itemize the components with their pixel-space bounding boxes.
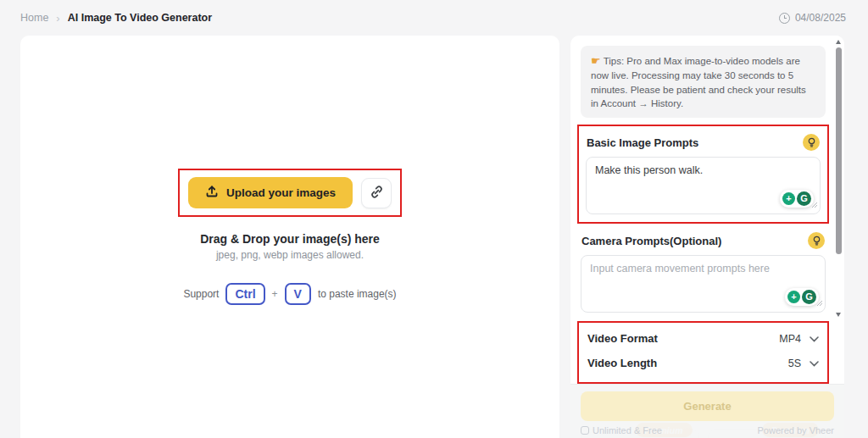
generate-button[interactable]: Generate (581, 391, 834, 421)
video-options-annotation-box: Video Format MP4 Video Length 5S (577, 321, 829, 384)
video-length-label: Video Length (587, 357, 657, 369)
prompt-ideas-bulb-icon[interactable] (803, 134, 820, 151)
paste-hint-suffix: to paste image(s) (318, 288, 397, 300)
grammarly-suggestion-icon[interactable]: + (782, 192, 795, 205)
basic-prompts-annotation-box: Basic Image Prompts Make this person wal… (577, 125, 829, 224)
camera-prompt-field-wrap: + G (581, 255, 826, 313)
camera-prompts-label: Camera Prompts(Optional) (581, 235, 721, 247)
history-clock-icon (779, 13, 790, 24)
v-keycap: V (285, 283, 311, 305)
scrollbar-thumb[interactable] (836, 47, 842, 254)
page-title: AI Image To Video Generator (68, 12, 212, 24)
settings-panel: ☛Tips: Pro and Max image-to-video models… (570, 36, 844, 438)
unlimited-free-label: Unlimited & Free (593, 425, 662, 435)
scroll-down-arrow-icon[interactable] (836, 313, 841, 317)
top-bar: Home › AI Image To Video Generator 04/08… (0, 0, 868, 36)
basic-prompt-field-wrap: Make this person walk. + G (586, 157, 821, 214)
unlimited-icon (581, 426, 589, 435)
tips-text: Tips: Pro and Max image-to-video models … (591, 56, 806, 108)
upload-icon (205, 185, 219, 201)
allowed-formats-note: jpeg, png, webp images allowed. (216, 249, 364, 261)
video-format-label: Video Format (587, 332, 658, 345)
upload-images-button[interactable]: Upload your images (188, 177, 353, 208)
grammarly-suggestion-icon[interactable]: + (787, 291, 800, 303)
panel-scrollbar[interactable] (833, 36, 844, 322)
breadcrumb: Home › AI Image To Video Generator (20, 12, 212, 25)
grammarly-g-icon[interactable]: G (797, 191, 811, 206)
resize-handle-icon[interactable] (816, 295, 823, 310)
plus-sign: + (272, 288, 278, 300)
grammarly-widget[interactable]: + G (780, 190, 814, 208)
basic-prompts-label: Basic Image Prompts (587, 136, 698, 149)
link-icon (370, 185, 384, 202)
camera-ideas-bulb-icon[interactable] (808, 232, 825, 249)
video-format-value: MP4 (779, 333, 801, 345)
paste-hint: Support Ctrl + V to paste image(s) (183, 283, 396, 305)
camera-prompts-section: Camera Prompts(Optional) + G (581, 232, 826, 313)
upload-annotation-box: Upload your images (178, 169, 402, 217)
pointing-hand-icon: ☛ (591, 54, 601, 67)
upload-button-label: Upload your images (226, 186, 336, 199)
upload-dropzone[interactable]: Upload your images Drag & Drop your imag… (20, 36, 559, 438)
ctrl-keycap: Ctrl (225, 283, 264, 305)
grammarly-widget[interactable]: + G (785, 288, 819, 306)
chevron-down-icon (810, 333, 819, 345)
grammarly-g-icon[interactable]: G (802, 290, 816, 304)
drag-drop-title: Drag & Drop your image(s) here (200, 232, 380, 246)
chevron-right-icon: › (56, 12, 59, 25)
powered-by-label: Powered by Vheer (758, 425, 835, 435)
video-length-value: 5S (788, 358, 801, 369)
date-display: 04/08/2025 (779, 12, 846, 24)
generate-footer: Generate Unlimited & Free Powered by Vhe… (570, 384, 844, 438)
breadcrumb-home-link[interactable]: Home (20, 12, 48, 24)
resize-handle-icon[interactable] (811, 197, 818, 212)
upload-from-url-button[interactable] (361, 178, 392, 208)
scroll-up-arrow-icon[interactable] (836, 40, 841, 44)
date-text: 04/08/2025 (795, 12, 846, 24)
chevron-down-icon (810, 358, 819, 369)
video-format-select[interactable]: Video Format MP4 (586, 326, 821, 351)
tips-banner: ☛Tips: Pro and Max image-to-video models… (581, 46, 826, 118)
paste-hint-prefix: Support (183, 288, 219, 300)
video-length-select[interactable]: Video Length 5S (586, 351, 821, 375)
